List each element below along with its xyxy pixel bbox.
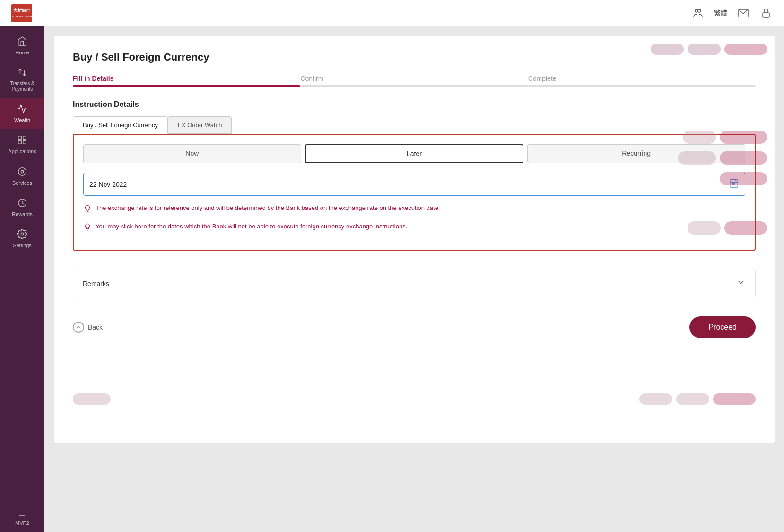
date-input[interactable] [89,181,729,188]
mvp2-icon: — [19,513,25,518]
blur-bottom-pill [713,393,756,405]
transfers-icon [17,67,27,79]
sidebar-item-label: Home [15,50,29,56]
step-bar [300,85,528,87]
svg-rect-7 [18,136,21,139]
top-pill-2 [688,44,721,55]
step-label: Complete [528,75,557,82]
step-label: Confirm [300,75,323,82]
remarks-label: Remarks [83,280,109,288]
tab-fx-order[interactable]: FX Order Watch [168,116,232,134]
logo: 大新銀行 DAH SING BANK [11,4,32,23]
svg-point-14 [21,233,24,235]
blur-bottom-pill [73,393,111,405]
header-right: 繁體 [691,7,773,20]
step-bar [528,85,756,87]
remarks-bar[interactable]: Remarks [73,270,756,297]
steps-container: Fill in Details Confirm Complete [73,75,756,87]
sidebar-item-services[interactable]: Services [0,161,44,192]
svg-rect-10 [23,141,26,144]
blur-bottom-pill [639,393,672,405]
svg-text:大新銀行: 大新銀行 [13,8,31,13]
svg-rect-0 [11,4,32,22]
bulb-icon-1 [83,204,92,216]
back-button[interactable]: Back [73,322,103,333]
sidebar-item-label: Rewards [12,211,32,218]
language-toggle[interactable]: 繁體 [714,9,727,17]
sidebar-item-wealth[interactable]: Wealth [0,98,44,129]
main-layout: Home Transfers & Payments Wealth [0,26,784,532]
users-icon[interactable] [691,7,705,20]
sidebar-item-label: Transfers & Payments [10,81,34,92]
blur-row-pill [724,221,767,235]
svg-point-11 [18,167,26,175]
back-label: Back [88,323,103,331]
blur-row-pill [720,131,767,144]
sidebar-item-transfers[interactable]: Transfers & Payments [0,61,44,98]
step-bar-active [73,85,300,87]
sidebar-item-label: Settings [13,243,32,249]
bulb-icon-2 [83,223,92,235]
svg-text:DAH SING BANK: DAH SING BANK [11,15,32,18]
top-pill-1 [651,44,684,55]
step-complete: Complete [528,75,756,87]
svg-point-4 [698,9,701,12]
step-fill-details: Fill in Details [73,75,300,87]
right-blurred-area [644,131,767,235]
step-confirm: Confirm [300,75,528,87]
blur-bottom-pill [676,393,709,405]
info-note-1-text: The exchange rate is for reference only … [96,203,440,213]
top-pill-3 [724,44,767,55]
sidebar-item-rewards[interactable]: Rewards [0,192,44,223]
applications-icon [17,135,27,147]
bank-logo: 大新銀行 DAH SING BANK [11,4,32,23]
timing-now-button[interactable]: Now [83,144,301,163]
chevron-down-icon [736,278,746,289]
info-note-2-text: You may click here for the dates which t… [96,222,407,231]
lock-icon[interactable] [759,7,773,20]
settings-icon [17,229,27,241]
svg-rect-8 [23,136,26,139]
step-label: Fill in Details [73,75,113,82]
svg-rect-6 [763,13,769,17]
rewards-icon [17,198,27,209]
mail-icon[interactable] [737,7,750,20]
sidebar-item-label: Applications [8,148,36,155]
blur-row-pill [688,221,721,235]
sidebar-item-settings[interactable]: Settings [0,223,44,254]
wealth-icon [17,104,27,115]
proceed-button[interactable]: Proceed [689,316,756,338]
svg-point-3 [695,9,698,12]
blur-row-pill [720,151,767,165]
sidebar-item-mvp2[interactable]: — MVP2 [0,507,44,532]
timing-later-button[interactable]: Later [305,144,524,163]
sidebar-item-label: Wealth [14,117,30,123]
content-area: Buy / Sell Foreign Currency Fill in Deta… [44,26,784,532]
click-here-link[interactable]: click here [121,223,147,230]
bottom-blurred-area [54,393,775,405]
sidebar-item-applications[interactable]: Applications [0,129,44,160]
header: 大新銀行 DAH SING BANK 繁體 [0,0,784,26]
home-icon [17,36,27,48]
sidebar: Home Transfers & Payments Wealth [0,26,44,532]
instruction-details-title: Instruction Details [73,100,756,109]
tab-buy-sell[interactable]: Buy / Sell Foreign Currency [73,116,168,134]
services-icon [17,166,27,178]
svg-point-12 [21,170,24,173]
svg-rect-9 [18,141,21,144]
blur-row-pill [678,151,716,165]
sidebar-item-label: MVP2 [15,520,29,526]
blur-row-pill [720,172,767,185]
sidebar-item-label: Services [12,180,32,186]
footer-actions: Back Proceed [73,316,756,338]
blur-row-pill [683,131,716,144]
main-card: Buy / Sell Foreign Currency Fill in Deta… [54,36,775,443]
sidebar-item-home[interactable]: Home [0,30,44,61]
back-circle-icon [73,322,84,333]
